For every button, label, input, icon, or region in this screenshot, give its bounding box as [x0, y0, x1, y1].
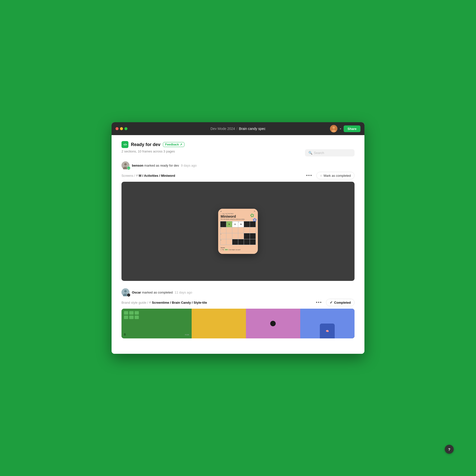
avatar[interactable]: [330, 125, 337, 132]
cell: [250, 221, 256, 227]
svg-point-8: [124, 290, 127, 293]
activity-block-2: ✓ Oscar marked as completed 11 days ago …: [121, 288, 355, 338]
cell: [238, 227, 244, 233]
frame-path-2: Brand style guide / # Screentime / Brain…: [121, 301, 207, 304]
minimize-dot[interactable]: [120, 127, 123, 130]
cell: 1S: [226, 221, 232, 227]
titlebar-right: ▾ Share: [330, 125, 360, 132]
app-window: Dev Mode 2024 / Brain candy spec ▾ Share…: [112, 122, 364, 354]
frame-preview-1: ≡ ← ALL ACTIVITIES ✿ ✿ Miniword Fill in …: [121, 182, 355, 281]
svg-point-5: [124, 163, 127, 166]
traffic-lights: [116, 127, 127, 130]
more-options-button-1[interactable]: •••: [305, 173, 314, 179]
avatar-oscar: ✓: [121, 288, 129, 296]
user-benson: benson: [132, 164, 143, 167]
phone-dot: [221, 211, 221, 212]
titlebar-left: [116, 127, 127, 130]
share-button[interactable]: Share: [344, 125, 360, 132]
cell: [232, 233, 238, 239]
mark-complete-button[interactable]: ○ Mark as completed: [316, 172, 355, 179]
more-options-button-2[interactable]: •••: [314, 299, 324, 306]
cell: 3N: [238, 221, 244, 227]
cell: [232, 227, 238, 233]
cell: [244, 221, 250, 227]
main-content: </> Ready for dev Feedback ↗ 2 sections,…: [112, 135, 364, 354]
cell: [226, 239, 232, 245]
close-dot[interactable]: [116, 127, 119, 130]
cell: [250, 227, 256, 233]
clue-prefix: 1. The: [221, 249, 224, 250]
brand-tile-yellow: [192, 309, 246, 338]
completed-label: Completed: [334, 301, 351, 304]
feedback-label: Feedback: [165, 143, 179, 146]
project-title: Dev Mode 2024: [210, 127, 235, 131]
action-2: marked as completed: [142, 291, 173, 294]
search-placeholder: Search: [314, 151, 324, 155]
phone-bottom: [218, 252, 258, 254]
cell: [244, 233, 250, 239]
ready-for-dev-header: </> Ready for dev Feedback ↗: [121, 141, 355, 148]
cell: [250, 239, 256, 245]
dev-mode-icon: </>: [121, 141, 128, 148]
cell: [244, 227, 250, 233]
activity-text-1: benson marked as ready for dev 9 days ag…: [132, 164, 197, 167]
activity-text-2: Oscar marked as completed 11 days ago: [132, 291, 192, 294]
mark-complete-label: Mark as completed: [324, 174, 351, 178]
cell: 6: [220, 239, 226, 245]
clue-highlight: SUN: [224, 249, 228, 251]
titlebar: Dev Mode 2024 / Brain candy spec ▾ Share: [112, 122, 364, 135]
chevron-down-icon[interactable]: ▾: [340, 127, 341, 130]
completed-button[interactable]: ✓ Completed: [326, 299, 355, 306]
file-title: Brain candy spec: [239, 127, 266, 131]
breadcrumb-sep: /: [237, 127, 238, 131]
cell: [238, 233, 244, 239]
frame-path-1: Screens / # M / Activities / Miniword: [121, 174, 175, 178]
cell: [220, 221, 226, 227]
user-oscar: Oscar: [132, 291, 141, 294]
cell: 5: [220, 233, 226, 239]
action-1: marked as ready for dev: [144, 164, 179, 167]
completed-badge: ✓: [127, 293, 130, 297]
frame-path-row-2: Brand style guide / # Screentime / Brain…: [121, 299, 355, 306]
ready-label: Ready for dev: [131, 142, 160, 147]
maximize-dot[interactable]: [124, 127, 127, 130]
dev-badge: </>: [127, 166, 130, 170]
time-2: 11 days ago: [175, 291, 192, 294]
brand-tile-purple: [246, 309, 300, 338]
search-box[interactable]: 🔍 Search: [305, 149, 355, 156]
activity-block-1: </> benson marked as ready for dev 9 day…: [121, 161, 355, 281]
frame-actions-2: ••• ✓ Completed: [314, 299, 355, 306]
phone-across: Across 1. The SUN is too bright, my eyes…: [218, 246, 258, 252]
activity-header-2: ✓ Oscar marked as completed 11 days ago: [121, 288, 355, 296]
path-prefix-2: Brand style guide /: [121, 301, 148, 304]
cell: [238, 239, 244, 245]
frame-name-2: Screentime / Brain Candy / Style-tile: [152, 301, 207, 304]
feedback-button[interactable]: Feedback ↗: [163, 142, 184, 147]
activity-header-1: </> benson marked as ready for dev 9 day…: [121, 161, 355, 169]
help-button[interactable]: ?: [445, 445, 454, 454]
time-1: 9 days ago: [181, 164, 197, 167]
brand-preview: B FOR 🧠: [121, 309, 355, 338]
cell: [250, 233, 256, 239]
check-filled-icon: ✓: [330, 300, 333, 304]
across-label: Across: [221, 247, 255, 248]
hash-icon-2: #: [149, 301, 151, 304]
frame-path-row-1: Screens / # M / Activities / Miniword ••…: [121, 172, 355, 179]
cell: [244, 239, 250, 245]
search-icon: 🔍: [308, 151, 312, 155]
cell: [232, 239, 238, 245]
avatar-benson: </>: [121, 161, 129, 169]
cell: 4: [220, 227, 226, 233]
phone-menu-icon: ≡: [254, 210, 255, 212]
phone-mockup: ≡ ← ALL ACTIVITIES ✿ ✿ Miniword Fill in …: [218, 209, 258, 254]
cell: 2U: [232, 221, 238, 227]
cell: [226, 233, 232, 239]
clue-suffix: is too bright, my eyes!: [228, 249, 240, 250]
svg-point-1: [332, 126, 335, 129]
hash-icon-1: #: [136, 174, 138, 177]
cell: [226, 227, 232, 233]
frame-name-1: M / Activities / Miniword: [139, 174, 175, 178]
across-clue: 1. The SUN is too bright, my eyes!: [221, 249, 255, 251]
brand-tile-blue: 🧠: [300, 309, 355, 338]
svg-text:</>: </>: [123, 143, 127, 146]
